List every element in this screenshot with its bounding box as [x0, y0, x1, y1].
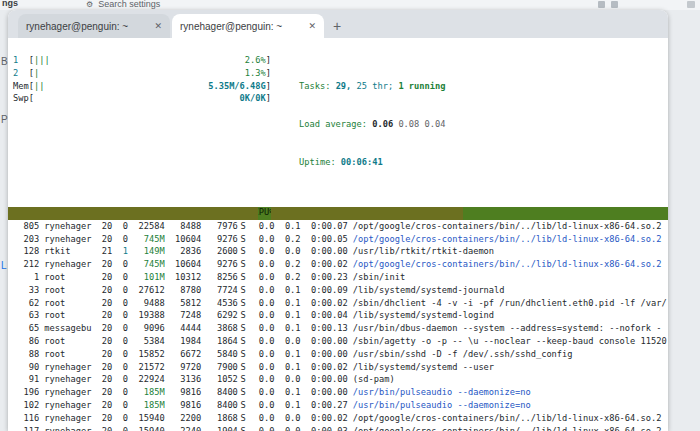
cell-virt: 9488 — [128, 297, 165, 310]
cell-pri: 20 — [91, 284, 112, 297]
uptime-line: Uptime: 00:06:41 — [299, 156, 445, 169]
cell-res: 7248 — [165, 309, 202, 322]
process-row[interactable]: 117rynehager2001594022401904S0.00.00:00.… — [8, 425, 668, 431]
process-row[interactable]: 212rynehager200745M106049276S0.00.20:00.… — [8, 258, 668, 271]
process-row[interactable]: 196rynehager200185M98168400S0.00.10:00.0… — [8, 386, 668, 399]
cell-ni: 0 — [112, 258, 128, 271]
terminal-tab-2[interactable]: rynehager@penguin: ~ ✕ — [172, 14, 324, 38]
cell-shr: 3868 — [201, 322, 238, 335]
cell-pri: 20 — [91, 322, 112, 335]
cell-pri: 20 — [91, 399, 112, 412]
process-row[interactable]: 86root200538419841864S0.00.00:00.00/sbin… — [8, 335, 668, 348]
close-icon[interactable]: ✕ — [148, 21, 162, 31]
settings-search[interactable]: ⚙ Search settings — [86, 0, 160, 9]
process-row[interactable]: 805rynehager2002258484887976S0.00.10:00.… — [8, 220, 668, 233]
cell-pid: 196 — [13, 386, 39, 399]
process-row[interactable]: 65messagebu200909644443868S0.00.10:00.13… — [8, 322, 668, 335]
cell-pid: 62 — [13, 297, 39, 310]
process-row[interactable]: 62root200948858124536S0.00.10:00.02/sbin… — [8, 297, 668, 310]
cell-s: S — [238, 297, 248, 310]
process-row[interactable]: 33root2002761287807724S0.00.10:00.09/lib… — [8, 284, 668, 297]
screen: ngs ⚙ Search settings B P L rynehager@pe… — [0, 0, 700, 431]
cell-cmd: /usr/bin/pulseaudio --daemonize=no — [353, 399, 668, 412]
process-row[interactable]: 128rtkit211149M28362600S0.00.00:00.00/us… — [8, 245, 668, 258]
toolbar-icon[interactable] — [611, 1, 618, 8]
cell-res: 6672 — [165, 348, 202, 361]
cell-res: 9816 — [165, 399, 202, 412]
cell-res: 9720 — [165, 361, 202, 374]
cell-pid: 212 — [13, 258, 39, 271]
cell-mem: 0.0 — [274, 373, 300, 386]
cell-user: root — [44, 271, 91, 284]
process-table-header[interactable]: PID USER PRI NI VIRT RES SHR S CPU% MEM%… — [8, 207, 668, 220]
cell-cmd: /sbin/agetty -o -p -- \u --noclear --kee… — [353, 335, 668, 348]
cell-shr: 8400 — [201, 386, 238, 399]
cell-time: 0:00.02 — [301, 412, 348, 425]
settings-menu-letter[interactable]: B — [1, 56, 8, 67]
cell-shr: 1904 — [201, 425, 238, 431]
cell-virt: 27612 — [128, 284, 165, 297]
cell-res: 2836 — [165, 245, 202, 258]
cell-virt: 101M — [128, 271, 165, 284]
cell-time: 0:00.02 — [301, 361, 348, 374]
cell-cpu: 0.0 — [248, 386, 274, 399]
cell-ni: 0 — [112, 412, 128, 425]
cell-mem: 0.1 — [274, 284, 300, 297]
cell-mem: 0.0 — [274, 425, 300, 431]
cell-shr: 7976 — [201, 220, 238, 233]
terminal-body[interactable]: 1[|||2.6%] 2[|1.3%] Mem[||5.35M/6.48G] S… — [8, 38, 668, 431]
cell-time: 0:00.00 — [301, 386, 348, 399]
cell-s: S — [238, 309, 248, 322]
cell-user: rynehager — [44, 258, 91, 271]
cell-cmd: /opt/google/cros-containers/bin/../lib/l… — [353, 425, 668, 431]
process-row[interactable]: 90rynehager2002157297207900S0.00.10:00.0… — [8, 361, 668, 374]
cell-ni: 0 — [112, 361, 128, 374]
redaction-bar — [271, 207, 463, 220]
cell-virt: 21572 — [128, 361, 165, 374]
cell-virt: 9096 — [128, 322, 165, 335]
cell-user: rtkit — [44, 245, 91, 258]
cell-s: S — [238, 399, 248, 412]
cell-mem: 0.1 — [274, 399, 300, 412]
settings-menu-letter-linux[interactable]: L — [1, 260, 7, 271]
settings-menu-letter[interactable]: P — [1, 114, 8, 125]
cell-user: rynehager — [44, 412, 91, 425]
process-row[interactable]: 203rynehager200745M106049276S0.00.20:00.… — [8, 233, 668, 246]
cell-res: 8488 — [165, 220, 202, 233]
terminal-window: rynehager@penguin: ~ ✕ rynehager@penguin… — [8, 10, 668, 431]
cell-pri: 20 — [91, 373, 112, 386]
threads-count: 25 thr; — [357, 81, 399, 91]
cell-user: rynehager — [44, 425, 91, 431]
htop-meters: 1[|||2.6%] 2[|1.3%] Mem[||5.35M/6.48G] S… — [8, 54, 668, 195]
process-row[interactable]: 102rynehager200185M98168400S0.00.10:00.2… — [8, 399, 668, 412]
process-row[interactable]: 116rynehager2001594022001868S0.00.00:00.… — [8, 412, 668, 425]
close-icon[interactable]: ✕ — [302, 21, 316, 31]
terminal-tab-1[interactable]: rynehager@penguin: ~ ✕ — [18, 14, 170, 38]
process-row[interactable]: 91rynehager2002292431361052S0.00.00:00.0… — [8, 373, 668, 386]
cell-time: 0:00.13 — [301, 322, 348, 335]
cell-res: 2240 — [165, 425, 202, 431]
cell-time: 0:00.00 — [301, 335, 348, 348]
new-tab-button[interactable]: + — [324, 14, 350, 38]
window-corner-icon[interactable] — [687, 1, 695, 8]
cell-pri: 20 — [91, 386, 112, 399]
cell-time: 0:00.27 — [301, 399, 348, 412]
cell-pid: 117 — [13, 425, 39, 431]
cell-s: S — [238, 386, 248, 399]
process-row[interactable]: 1root200101M103128256S0.00.20:00.23/sbin… — [8, 271, 668, 284]
cell-cmd: /opt/google/cros-containers/bin/../lib/l… — [353, 220, 668, 233]
cell-virt: 15852 — [128, 348, 165, 361]
process-row[interactable]: 63root2001938872486292S0.00.10:00.04/lib… — [8, 309, 668, 322]
toolbar-icon[interactable] — [598, 1, 605, 8]
process-row[interactable]: 88root2001585266725840S0.00.10:00.00/usr… — [8, 348, 668, 361]
swap-meter: Swp[0K/0K] — [13, 92, 271, 105]
cell-shr: 1052 — [201, 373, 238, 386]
cell-pri: 20 — [91, 271, 112, 284]
cell-pri: 20 — [91, 220, 112, 233]
cell-ni: 0 — [112, 284, 128, 297]
cpu2-label: 2 — [13, 67, 29, 80]
cell-ni: 0 — [112, 373, 128, 386]
cell-s: S — [238, 425, 248, 431]
cell-s: S — [238, 271, 248, 284]
cell-res: 1984 — [165, 335, 202, 348]
